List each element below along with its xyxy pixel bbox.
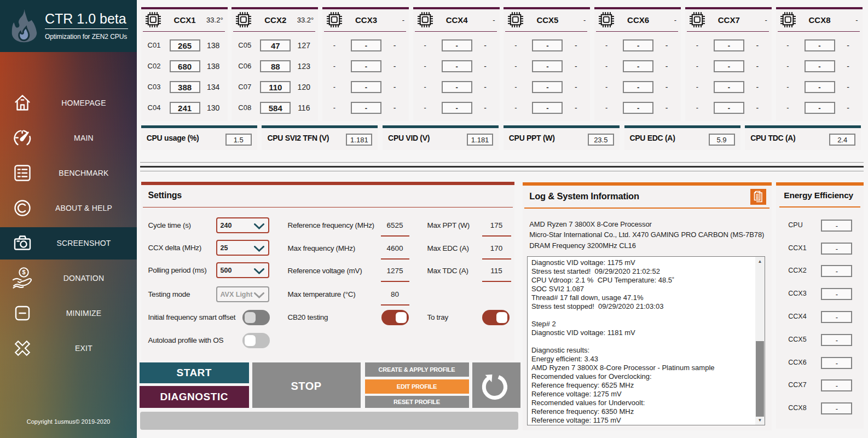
svg-text:$: $ [22,269,25,275]
